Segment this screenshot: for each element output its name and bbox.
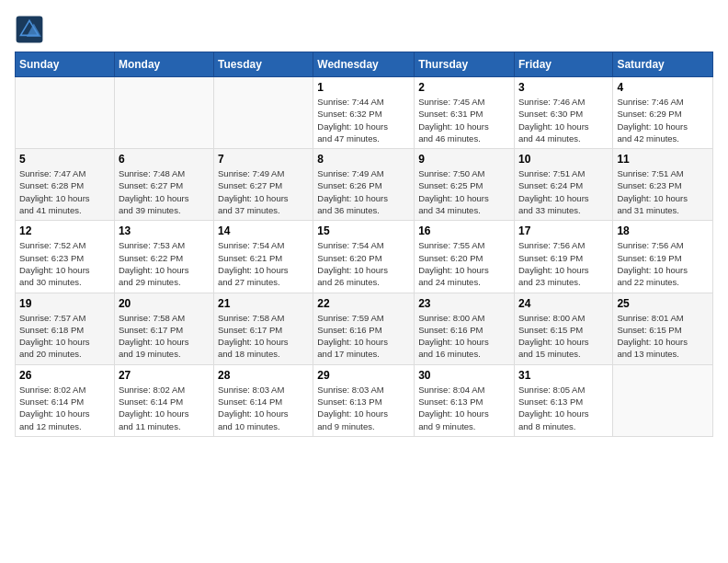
day-number: 22 (317, 297, 410, 310)
calendar-cell: 5Sunrise: 7:47 AM Sunset: 6:28 PM Daylig… (16, 149, 115, 221)
calendar-week-row: 5Sunrise: 7:47 AM Sunset: 6:28 PM Daylig… (16, 149, 713, 221)
day-number: 6 (119, 153, 210, 166)
calendar-cell: 17Sunrise: 7:56 AM Sunset: 6:19 PM Dayli… (514, 221, 612, 293)
day-info: Sunrise: 7:55 AM Sunset: 6:20 PM Dayligh… (418, 239, 510, 288)
day-number: 21 (218, 297, 309, 310)
calendar-week-row: 1Sunrise: 7:44 AM Sunset: 6:32 PM Daylig… (16, 77, 713, 149)
day-info: Sunrise: 7:56 AM Sunset: 6:19 PM Dayligh… (617, 239, 709, 288)
day-number: 23 (418, 297, 510, 310)
weekday-header-wednesday: Wednesday (313, 52, 415, 77)
calendar-cell: 9Sunrise: 7:50 AM Sunset: 6:25 PM Daylig… (415, 149, 515, 221)
day-info: Sunrise: 8:01 AM Sunset: 6:15 PM Dayligh… (617, 312, 709, 361)
day-number: 1 (317, 81, 410, 94)
calendar-cell: 7Sunrise: 7:49 AM Sunset: 6:27 PM Daylig… (214, 149, 313, 221)
day-info: Sunrise: 7:48 AM Sunset: 6:27 PM Dayligh… (119, 167, 210, 216)
day-info: Sunrise: 7:46 AM Sunset: 6:29 PM Dayligh… (617, 96, 709, 144)
day-info: Sunrise: 8:03 AM Sunset: 6:14 PM Dayligh… (218, 384, 309, 432)
day-number: 4 (617, 81, 709, 94)
calendar-cell: 26Sunrise: 8:02 AM Sunset: 6:14 PM Dayli… (16, 364, 115, 436)
weekday-header-sunday: Sunday (16, 52, 115, 77)
day-number: 26 (19, 369, 110, 382)
calendar-cell: 1Sunrise: 7:44 AM Sunset: 6:32 PM Daylig… (313, 77, 415, 149)
day-number: 7 (218, 153, 309, 166)
weekday-header-thursday: Thursday (415, 52, 515, 77)
page-header (15, 15, 713, 44)
day-number: 10 (518, 153, 609, 166)
calendar-cell: 15Sunrise: 7:54 AM Sunset: 6:20 PM Dayli… (313, 221, 415, 293)
calendar-cell: 29Sunrise: 8:03 AM Sunset: 6:13 PM Dayli… (313, 364, 415, 436)
calendar-cell: 21Sunrise: 7:58 AM Sunset: 6:17 PM Dayli… (214, 293, 313, 364)
day-number: 17 (518, 224, 609, 237)
day-number: 11 (617, 153, 709, 166)
day-number: 8 (317, 153, 410, 166)
day-number: 20 (119, 297, 210, 310)
calendar-cell: 8Sunrise: 7:49 AM Sunset: 6:26 PM Daylig… (313, 149, 415, 221)
day-info: Sunrise: 7:44 AM Sunset: 6:32 PM Dayligh… (317, 96, 410, 144)
day-info: Sunrise: 8:05 AM Sunset: 6:13 PM Dayligh… (518, 384, 609, 432)
day-number: 15 (317, 224, 410, 237)
day-number: 5 (19, 153, 110, 166)
day-info: Sunrise: 7:49 AM Sunset: 6:27 PM Dayligh… (218, 167, 309, 216)
day-number: 25 (617, 297, 709, 310)
calendar-cell: 31Sunrise: 8:05 AM Sunset: 6:13 PM Dayli… (514, 364, 612, 436)
day-number: 12 (19, 224, 110, 237)
day-number: 31 (518, 369, 609, 382)
day-info: Sunrise: 7:57 AM Sunset: 6:18 PM Dayligh… (19, 312, 110, 361)
day-info: Sunrise: 7:52 AM Sunset: 6:23 PM Dayligh… (19, 239, 110, 288)
calendar-cell: 23Sunrise: 8:00 AM Sunset: 6:16 PM Dayli… (415, 293, 515, 364)
calendar-cell (613, 364, 713, 436)
day-info: Sunrise: 7:54 AM Sunset: 6:20 PM Dayligh… (317, 239, 410, 288)
calendar-header: SundayMondayTuesdayWednesdayThursdayFrid… (16, 52, 713, 77)
calendar-table: SundayMondayTuesdayWednesdayThursdayFrid… (15, 52, 713, 437)
day-info: Sunrise: 7:51 AM Sunset: 6:23 PM Dayligh… (617, 167, 709, 216)
calendar-cell: 12Sunrise: 7:52 AM Sunset: 6:23 PM Dayli… (16, 221, 115, 293)
day-info: Sunrise: 7:49 AM Sunset: 6:26 PM Dayligh… (317, 167, 410, 216)
day-number: 13 (119, 224, 210, 237)
logo-icon (15, 15, 44, 44)
calendar-cell: 24Sunrise: 8:00 AM Sunset: 6:15 PM Dayli… (514, 293, 612, 364)
day-info: Sunrise: 8:04 AM Sunset: 6:13 PM Dayligh… (418, 384, 510, 432)
calendar-cell: 6Sunrise: 7:48 AM Sunset: 6:27 PM Daylig… (114, 149, 213, 221)
day-info: Sunrise: 8:03 AM Sunset: 6:13 PM Dayligh… (317, 384, 410, 432)
day-info: Sunrise: 7:59 AM Sunset: 6:16 PM Dayligh… (317, 312, 410, 361)
calendar-week-row: 26Sunrise: 8:02 AM Sunset: 6:14 PM Dayli… (16, 364, 713, 436)
calendar-week-row: 12Sunrise: 7:52 AM Sunset: 6:23 PM Dayli… (16, 221, 713, 293)
calendar-week-row: 19Sunrise: 7:57 AM Sunset: 6:18 PM Dayli… (16, 293, 713, 364)
day-info: Sunrise: 7:51 AM Sunset: 6:24 PM Dayligh… (518, 167, 609, 216)
weekday-header-saturday: Saturday (613, 52, 713, 77)
calendar-cell: 2Sunrise: 7:45 AM Sunset: 6:31 PM Daylig… (415, 77, 515, 149)
day-number: 2 (418, 81, 510, 94)
calendar-cell: 28Sunrise: 8:03 AM Sunset: 6:14 PM Dayli… (214, 364, 313, 436)
calendar-cell (16, 77, 115, 149)
day-info: Sunrise: 8:00 AM Sunset: 6:15 PM Dayligh… (518, 312, 609, 361)
calendar-cell: 30Sunrise: 8:04 AM Sunset: 6:13 PM Dayli… (415, 364, 515, 436)
calendar-cell: 3Sunrise: 7:46 AM Sunset: 6:30 PM Daylig… (514, 77, 612, 149)
calendar-cell: 4Sunrise: 7:46 AM Sunset: 6:29 PM Daylig… (613, 77, 713, 149)
day-number: 9 (418, 153, 510, 166)
day-info: Sunrise: 7:46 AM Sunset: 6:30 PM Dayligh… (518, 96, 609, 144)
day-number: 30 (418, 369, 510, 382)
calendar-cell: 20Sunrise: 7:58 AM Sunset: 6:17 PM Dayli… (114, 293, 213, 364)
day-number: 27 (119, 369, 210, 382)
calendar-cell: 14Sunrise: 7:54 AM Sunset: 6:21 PM Dayli… (214, 221, 313, 293)
day-info: Sunrise: 7:47 AM Sunset: 6:28 PM Dayligh… (19, 167, 110, 216)
day-number: 18 (617, 224, 709, 237)
logo (15, 15, 48, 44)
day-info: Sunrise: 7:53 AM Sunset: 6:22 PM Dayligh… (119, 239, 210, 288)
day-info: Sunrise: 7:58 AM Sunset: 6:17 PM Dayligh… (119, 312, 210, 361)
day-number: 16 (418, 224, 510, 237)
weekday-header-tuesday: Tuesday (214, 52, 313, 77)
weekday-header-friday: Friday (514, 52, 612, 77)
calendar-cell (114, 77, 213, 149)
day-number: 29 (317, 369, 410, 382)
weekday-header-row: SundayMondayTuesdayWednesdayThursdayFrid… (16, 52, 713, 77)
calendar-cell (214, 77, 313, 149)
day-info: Sunrise: 7:45 AM Sunset: 6:31 PM Dayligh… (418, 96, 510, 144)
weekday-header-monday: Monday (114, 52, 213, 77)
day-info: Sunrise: 7:56 AM Sunset: 6:19 PM Dayligh… (518, 239, 609, 288)
day-number: 3 (518, 81, 609, 94)
day-info: Sunrise: 7:50 AM Sunset: 6:25 PM Dayligh… (418, 167, 510, 216)
calendar-cell: 27Sunrise: 8:02 AM Sunset: 6:14 PM Dayli… (114, 364, 213, 436)
calendar-cell: 19Sunrise: 7:57 AM Sunset: 6:18 PM Dayli… (16, 293, 115, 364)
day-number: 24 (518, 297, 609, 310)
